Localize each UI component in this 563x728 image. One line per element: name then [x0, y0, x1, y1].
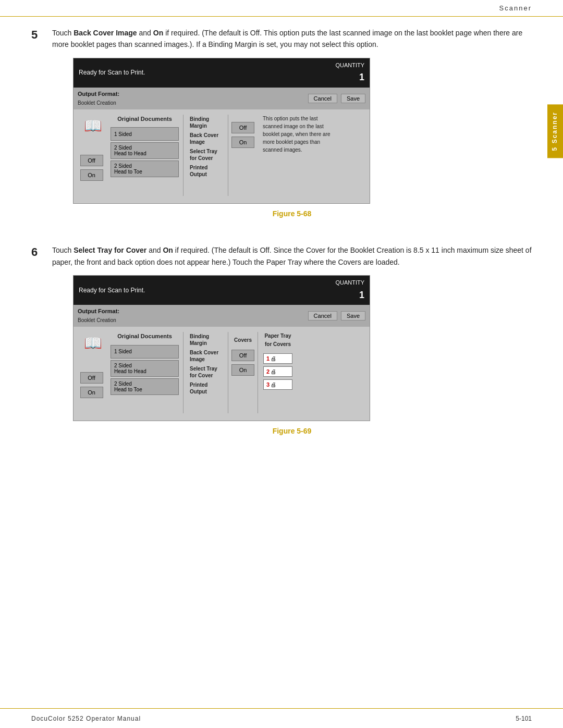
scanner68-1sided-button[interactable]: 1 Sided: [111, 127, 179, 141]
figure68-label: Figure 5-68: [52, 208, 532, 219]
scanner69-subheader: Output Format: Booklet Creation Cancel S…: [74, 305, 370, 327]
scanner68-output-format: Output Format: Booklet Creation: [78, 90, 119, 107]
scanner68-printed-label: PrintedOutput: [190, 164, 225, 178]
scanner69-header: Ready for Scan to Print. QUANTITY 1: [74, 276, 370, 305]
scanner69-printed-label: PrintedOutput: [190, 381, 225, 395]
main-content: 5 Touch Back Cover Image and On if requi…: [31, 17, 532, 707]
scanner68-save-button[interactable]: Save: [341, 94, 365, 103]
step6-bold1: Select Tray for Cover: [74, 246, 146, 254]
scanner68-backcover-label: Back CoverImage: [190, 132, 225, 145]
scanner68-right-off-button[interactable]: Off: [231, 122, 254, 133]
footer-left: DocuColor 5252 Operator Manual: [31, 715, 141, 722]
scanner68-original-docs-label: Original Documents: [111, 115, 179, 124]
header-title: Scanner: [499, 4, 532, 12]
scanner69-quantity-label: QUANTITY: [335, 279, 364, 286]
scanner68-selecttray-label: Select Trayfor Cover: [190, 148, 225, 162]
tray2-number: 2: [266, 368, 270, 375]
side-tab: 5 Scanner: [547, 104, 563, 158]
scanner68-left-col: 📖 Off On: [79, 115, 107, 196]
scanner69-docs-col: Original Documents 1 Sided 2 SidedHead t…: [111, 332, 183, 413]
scanner69-2sided-ht-button[interactable]: 2 SidedHead to Toe: [111, 378, 179, 395]
step5-bold2: On: [153, 29, 163, 37]
scanner68-right-on-button[interactable]: On: [231, 137, 254, 148]
scanner68-off-button[interactable]: Off: [80, 155, 103, 166]
scanner69-ready-text: Ready for Scan to Print.: [79, 286, 145, 295]
scanner68-body: 📖 Off On Original Documents 1 Sided 2 Si…: [74, 109, 370, 203]
book-icon: 📖: [84, 115, 102, 138]
scanner68-off-on: Off On: [80, 140, 106, 181]
scanner69-tray2-button[interactable]: 2 🖨: [263, 366, 292, 377]
scanner69-1sided-button[interactable]: 1 Sided: [111, 345, 179, 359]
scanner69-output-value: Booklet Creation: [78, 316, 119, 325]
scanner68-docs-col: Original Documents 1 Sided 2 SidedHead t…: [111, 115, 183, 196]
scanner68-binding-label: BindingMargin: [190, 116, 225, 129]
scanner68-output-value: Booklet Creation: [78, 99, 119, 107]
scanner69-output-format: Output Format: Booklet Creation: [78, 307, 119, 325]
scanner69-backcover-label: Back CoverImage: [190, 349, 225, 363]
scanner68-2sided-ht-button[interactable]: 2 SidedHead to Toe: [111, 161, 179, 177]
figure69-label: Figure 5-69: [52, 425, 532, 437]
scanner69-tray3-button[interactable]: 3 🖨: [263, 379, 292, 390]
step5-section: 5 Touch Back Cover Image and On if requi…: [31, 27, 532, 229]
tray3-icon: 🖨: [271, 381, 276, 388]
scanner69-paper-tray-label: Paper Trayfor Covers: [263, 332, 292, 349]
scanner69-cancel-button[interactable]: Cancel: [308, 311, 337, 320]
figure68-scanner-ui: Ready for Scan to Print. QUANTITY 1 Outp…: [73, 58, 370, 204]
scanner68-options-col: BindingMargin Back CoverImage Select Tra…: [187, 115, 228, 196]
scanner68-action-buttons: Cancel Save: [306, 94, 365, 104]
step6-section: 6 Touch Select Tray for Cover and On if …: [31, 244, 532, 446]
scanner69-2sided-hh-button[interactable]: 2 SidedHead to Head: [111, 360, 179, 377]
scanner69-options-col: BindingMargin Back CoverImage Select Tra…: [187, 332, 228, 413]
figure69-scanner-ui: Ready for Scan to Print. QUANTITY 1 Outp…: [73, 275, 370, 421]
scanner69-paper-tray-col: Paper Trayfor Covers 1 🖨 2 🖨 3 🖨: [261, 332, 292, 413]
scanner68-quantity-value: 1: [335, 70, 364, 85]
tray1-number: 1: [266, 355, 270, 362]
scanner69-binding-label: BindingMargin: [190, 333, 225, 347]
step6-text: Touch Select Tray for Cover and On if re…: [52, 244, 532, 446]
scanner69-selecttray-label: Select Trayfor Cover: [190, 365, 225, 379]
scanner69-tray1-button[interactable]: 1 🖨: [263, 353, 292, 364]
tray1-icon: 🖨: [271, 355, 276, 362]
step5-text2: and: [137, 29, 153, 37]
step6-bold2: On: [163, 246, 173, 254]
scanner68-cancel-button[interactable]: Cancel: [308, 94, 337, 103]
scanner69-covers-on-button[interactable]: On: [231, 364, 254, 376]
top-bar: Scanner: [0, 0, 563, 17]
scanner69-covers-col: Covers Off On: [231, 332, 258, 413]
scanner68-output-label: Output Format:: [78, 90, 119, 99]
scanner69-save-button[interactable]: Save: [341, 311, 365, 320]
footer-right: 5-101: [516, 715, 532, 722]
scanner69-left-col: 📖 Off On: [79, 332, 107, 413]
scanner68-ready-text: Ready for Scan to Print.: [79, 68, 145, 78]
scanner68-subheader: Output Format: Booklet Creation Cancel S…: [74, 88, 370, 109]
scanner68-description: This option puts the last scanned image …: [261, 115, 334, 196]
scanner69-output-label: Output Format:: [78, 307, 119, 316]
book-icon2: 📖: [84, 332, 102, 355]
scanner69-on-button[interactable]: On: [80, 387, 103, 398]
step5-text: Touch Back Cover Image and On if require…: [52, 27, 532, 229]
step5-bold1: Back Cover Image: [74, 29, 137, 37]
scanner69-quantity-area: QUANTITY 1: [335, 278, 364, 302]
bottom-bar: DocuColor 5252 Operator Manual 5-101: [0, 708, 563, 728]
step6-number: 6: [31, 244, 52, 446]
scanner68-quantity-label: QUANTITY: [335, 62, 364, 68]
tray2-icon: 🖨: [271, 368, 276, 375]
step5-number: 5: [31, 27, 52, 229]
scanner68-on-button[interactable]: On: [80, 169, 103, 181]
scanner69-covers-off-button[interactable]: Off: [231, 350, 254, 361]
scanner68-right-offon: Off On: [231, 115, 258, 196]
scanner68-quantity-area: QUANTITY 1: [335, 61, 364, 85]
scanner69-body: 📖 Off On Original Documents 1 Sided 2 Si…: [74, 327, 370, 421]
scanner69-original-docs-label: Original Documents: [111, 332, 179, 341]
scanner68-header: Ready for Scan to Print. QUANTITY 1: [74, 58, 370, 88]
scanner69-off-on: Off On: [80, 357, 106, 398]
scanner68-2sided-hh-button[interactable]: 2 SidedHead to Head: [111, 142, 179, 159]
scanner69-quantity-value: 1: [335, 288, 364, 303]
scanner69-action-buttons: Cancel Save: [306, 311, 365, 321]
scanner69-off-button[interactable]: Off: [80, 372, 103, 384]
scanner69-covers-label: Covers: [231, 336, 254, 344]
tray3-number: 3: [266, 381, 270, 388]
